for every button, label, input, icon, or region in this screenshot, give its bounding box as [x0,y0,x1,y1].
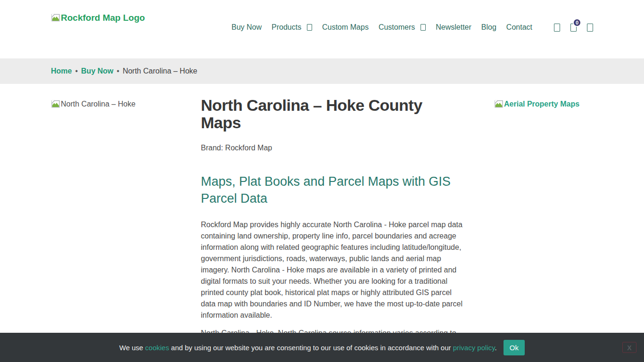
breadcrumb-home-link[interactable]: Home [51,67,72,75]
product-image-alt-text: North Carolina – Hoke [61,99,135,109]
nav-label: Customers [379,23,415,32]
nav-label: Custom Maps [322,23,369,32]
nav-contact[interactable]: Contact [506,23,532,32]
site-header: Rockford Map Logo Buy Now Products Custo… [0,0,644,58]
breadcrumb-current-page: North Carolina – Hoke [123,67,197,75]
product-image-broken: North Carolina – Hoke [51,99,201,111]
cookie-text-middle: and by using our website you are consent… [171,344,451,352]
user-icon[interactable] [587,24,593,32]
cart-icon[interactable]: 0 [570,24,577,32]
nav-label: Products [272,23,301,32]
user-icon-glyph [587,24,593,32]
broken-image-icon [51,13,60,25]
aerial-maps-link[interactable]: Aerial Property Maps [494,99,593,111]
nav-label: Buy Now [231,23,262,32]
cookie-close-button[interactable]: X [622,342,636,353]
breadcrumb-separator: • [117,67,120,75]
product-page-content: North Carolina – Hoke North Carolina – H… [0,84,644,339]
site-logo[interactable]: Rockford Map Logo [51,13,145,25]
broken-image-icon [494,99,504,111]
product-summary-column: North Carolina – Hoke County Maps Brand:… [201,99,462,339]
sidebar-column: Aerial Property Maps [494,99,593,111]
cart-count-badge: 0 [573,18,581,27]
nav-custom-maps[interactable]: Custom Maps [322,23,369,32]
cookie-consent-banner: We use cookies and by using our website … [0,333,644,362]
breadcrumb-buy-now-link[interactable]: Buy Now [81,67,113,75]
nav-label: Blog [481,23,496,32]
nav-label: Contact [506,23,532,32]
product-image-column: North Carolina – Hoke [51,99,201,111]
nav-newsletter[interactable]: Newsletter [436,23,471,32]
chevron-down-icon [421,24,426,31]
cookie-message: We use cookies and by using our website … [119,344,497,352]
search-icon-glyph [554,24,560,32]
description-paragraph: Rockford Map provides highly accurate No… [201,219,462,321]
main-navigation: Buy Now Products Custom Maps Customers N… [231,23,593,32]
brand-label: Brand: Rockford Map [201,144,462,152]
aerial-maps-link-text: Aerial Property Maps [504,99,579,109]
breadcrumb: Home • Buy Now • North Carolina – Hoke [0,58,644,84]
privacy-policy-link[interactable]: privacy policy [453,344,495,352]
logo-alt-text: Rockford Map Logo [61,13,145,23]
breadcrumb-separator: • [75,67,78,75]
cookie-text-suffix: . [495,344,497,352]
nav-buy-now[interactable]: Buy Now [231,23,262,32]
nav-label: Newsletter [436,23,471,32]
cookie-text-prefix: We use [119,344,143,352]
nav-customers[interactable]: Customers [379,23,426,32]
page-title: North Carolina – Hoke County Maps [201,97,462,132]
search-icon[interactable] [554,24,560,32]
section-heading: Maps, Plat Books and Parcel Maps with GI… [201,173,462,207]
chevron-down-icon [307,24,312,31]
nav-products[interactable]: Products [272,23,312,32]
cookie-ok-button[interactable]: Ok [504,340,525,355]
broken-image-icon [51,99,60,111]
header-icon-group: 0 [554,24,593,32]
nav-blog[interactable]: Blog [481,23,496,32]
cookies-link[interactable]: cookies [145,344,169,352]
